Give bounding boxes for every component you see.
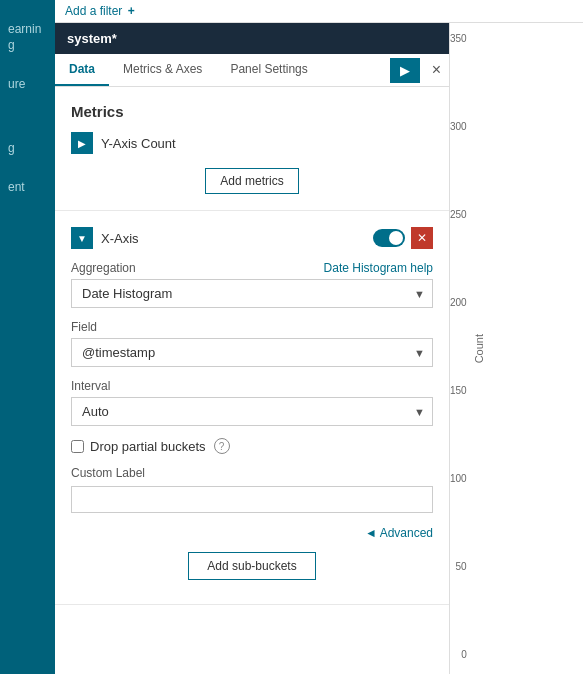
y-label-100: 100 [450, 473, 467, 484]
field-select[interactable]: @timestamp [71, 338, 433, 367]
y-axis-labels: 350 300 250 200 150 100 50 0 [450, 33, 473, 664]
drop-partial-checkbox[interactable] [71, 440, 84, 453]
panel-title: system* [67, 31, 117, 46]
y-label-200: 200 [450, 297, 467, 308]
sidebar-item-ure[interactable]: ure [0, 65, 55, 105]
drop-partial-label: Drop partial buckets [90, 439, 206, 454]
y-label-150: 150 [450, 385, 467, 396]
add-metrics-button[interactable]: Add metrics [205, 168, 298, 194]
y-axis-title: Count [473, 334, 485, 363]
metrics-section: Metrics ▶ Y-Axis Count Add metrics [55, 87, 449, 211]
date-histogram-help-link[interactable]: Date Histogram help [324, 261, 433, 275]
panel-header: system* [55, 23, 449, 54]
field-row: Field @timestamp ▼ [71, 320, 433, 367]
tab-panel-settings[interactable]: Panel Settings [216, 54, 321, 86]
bucket-expand-button[interactable]: ▼ [71, 227, 93, 249]
metric-item-yaxis: ▶ Y-Axis Count [71, 132, 433, 154]
custom-label-title: Custom Label [71, 466, 433, 480]
aggregation-field-row: Aggregation Date Histogram help Date His… [71, 261, 433, 308]
panel-container: system* Data Metrics & Axes Panel Settin… [55, 23, 583, 674]
metric-expand-button[interactable]: ▶ [71, 132, 93, 154]
y-label-250: 250 [450, 209, 467, 220]
y-label-300: 300 [450, 121, 467, 132]
close-button[interactable]: × [424, 57, 449, 83]
bucket-delete-button[interactable]: ✕ [411, 227, 433, 249]
aggregation-select-wrapper: Date HistogramHistogramRangeDate RangeIP… [71, 279, 433, 308]
editor-panel: system* Data Metrics & Axes Panel Settin… [55, 23, 450, 674]
bucket-left: ▼ X-Axis [71, 227, 139, 249]
y-label-50: 50 [456, 561, 467, 572]
sidebar-item-g[interactable]: g [0, 129, 55, 169]
bucket-toggle[interactable] [373, 229, 405, 247]
sub-buckets-row: Add sub-buckets [71, 552, 433, 588]
custom-label-input[interactable] [71, 486, 433, 513]
custom-label-row: Custom Label [71, 466, 433, 513]
field-select-wrapper: @timestamp ▼ [71, 338, 433, 367]
metric-axis-label: Y-Axis Count [101, 136, 176, 151]
y-label-0: 0 [461, 649, 467, 660]
tabs-bar: Data Metrics & Axes Panel Settings ▶ × [55, 54, 449, 87]
plus-icon: + [128, 4, 135, 18]
sidebar-item-ent[interactable]: ent [0, 168, 55, 208]
add-filter-link[interactable]: Add a filter + [65, 4, 135, 18]
sidebar-item-learning[interactable]: earning [0, 10, 55, 65]
tab-metrics-axes[interactable]: Metrics & Axes [109, 54, 216, 86]
aggregation-label-row: Aggregation Date Histogram help [71, 261, 433, 275]
aggregation-label: Aggregation [71, 261, 136, 275]
drop-partial-help-icon[interactable]: ? [214, 438, 230, 454]
main-content: Add a filter + system* Data Metrics & Ax… [55, 0, 583, 674]
interval-field-row: Interval AutoMillisecondSecondMinuteHour… [71, 379, 433, 426]
metrics-title: Metrics [71, 103, 433, 120]
interval-select[interactable]: AutoMillisecondSecondMinuteHourlyDailyWe… [71, 397, 433, 426]
sidebar: earning ure g ent [0, 0, 55, 674]
toggle-thumb [389, 231, 403, 245]
interval-select-wrapper: AutoMillisecondSecondMinuteHourlyDailyWe… [71, 397, 433, 426]
drop-partial-row: Drop partial buckets ? [71, 438, 433, 454]
field-label: Field [71, 320, 433, 334]
play-button[interactable]: ▶ [390, 58, 420, 83]
advanced-link[interactable]: ◄ Advanced [365, 526, 433, 540]
aggregation-select[interactable]: Date HistogramHistogramRangeDate RangeIP… [71, 279, 433, 308]
x-axis-label: X-Axis [101, 231, 139, 246]
add-sub-buckets-button[interactable]: Add sub-buckets [188, 552, 315, 580]
chart-panel: 350 300 250 200 150 100 50 0 Count [450, 23, 583, 674]
tab-data[interactable]: Data [55, 54, 109, 86]
top-bar: Add a filter + [55, 0, 583, 23]
sidebar-item-empty [0, 105, 55, 129]
interval-label: Interval [71, 379, 433, 393]
buckets-section: ▼ X-Axis ✕ Aggregation D [55, 211, 449, 605]
bucket-header: ▼ X-Axis ✕ [71, 227, 433, 249]
y-label-350: 350 [450, 33, 467, 44]
y-axis-container: 350 300 250 200 150 100 50 0 Count [450, 33, 575, 664]
advanced-link-row: ◄ Advanced [71, 525, 433, 540]
bucket-actions: ✕ [373, 227, 433, 249]
